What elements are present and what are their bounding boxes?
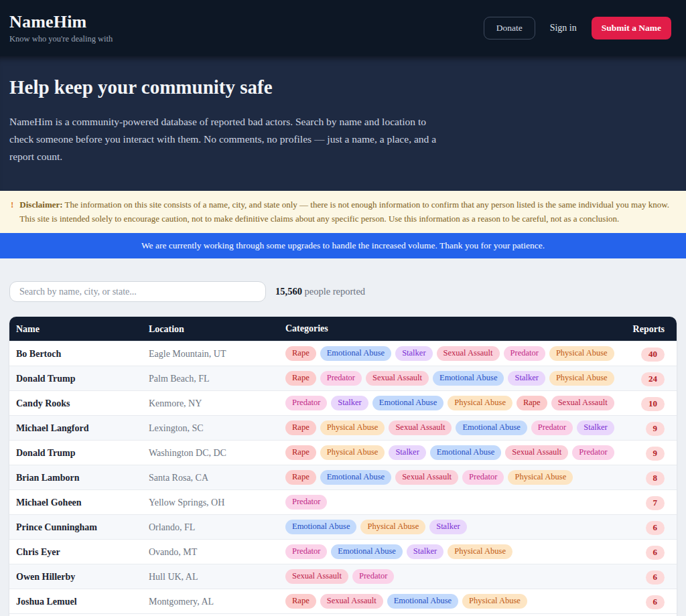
report-count-cell: 10 <box>624 396 677 411</box>
upgrade-notice-banner: We are currently working through some up… <box>0 233 686 258</box>
category-badge: Physical Abuse <box>320 445 385 460</box>
person-location: Kenmore, NY <box>149 397 285 409</box>
category-badge: Rape <box>285 420 316 435</box>
table-row[interactable]: Chris Eyer Ovando, MT PredatorEmotional … <box>9 539 677 564</box>
table-row[interactable]: Brian Lamborn Santa Rosa, CA RapeEmotion… <box>9 465 677 489</box>
person-location: Yellow Springs, OH <box>149 496 285 508</box>
report-count-badge: 6 <box>646 570 665 585</box>
table-row[interactable]: Michael Langford Lexington, SC RapePhysi… <box>9 415 677 440</box>
category-badge: Predator <box>285 544 327 559</box>
report-count-cell: 8 <box>624 470 677 485</box>
brand-title: NameHim <box>9 12 113 32</box>
report-count-cell: 7 <box>624 495 677 510</box>
hero-title: Help keep your community safe <box>9 76 677 98</box>
person-name: Michael Langford <box>9 422 149 434</box>
search-input[interactable] <box>9 281 266 302</box>
person-name: Bo Bertoch <box>9 348 149 360</box>
person-location: Hull UK, AL <box>149 570 285 583</box>
report-count-badge: 10 <box>641 397 665 411</box>
category-badges: RapePhysical AbuseSexual AssaultEmotiona… <box>285 418 624 438</box>
table-row[interactable]: Michael Goheen Yellow Springs, OH Predat… <box>9 489 677 514</box>
person-name: Donald Trump <box>9 447 149 459</box>
category-badge: Sexual Assault <box>320 594 383 609</box>
person-location: Orlando, FL <box>149 521 285 533</box>
category-badges: Emotional AbusePhysical AbuseStalker <box>285 517 624 537</box>
category-badges: Sexual AssaultPredator <box>285 566 624 587</box>
category-badge: Physical Abuse <box>320 420 385 435</box>
report-count-cell: 24 <box>624 371 677 386</box>
category-badge: Sexual Assault <box>551 396 614 410</box>
report-count-badge: 24 <box>641 372 665 386</box>
category-badge: Stalker <box>577 420 614 435</box>
report-count-badge: 6 <box>646 521 665 535</box>
report-count-cell: 40 <box>624 346 677 362</box>
table-row[interactable]: Prince Cunningham Orlando, FL Emotional … <box>9 514 677 539</box>
person-name: Prince Cunningham <box>9 521 149 533</box>
person-location: Palm Beach, FL <box>149 372 285 384</box>
table-row[interactable]: Donald Trump Palm Beach, FL RapePredator… <box>9 366 677 390</box>
category-badge: Emotional Abuse <box>285 520 356 534</box>
hero-section: Help keep your community safe NameHim is… <box>0 56 686 191</box>
person-location: Lexington, SC <box>149 422 285 434</box>
category-badge: Rape <box>285 470 316 485</box>
category-badges: RapeEmotional AbuseSexual AssaultPredato… <box>285 467 624 487</box>
category-badge: Rape <box>517 396 547 410</box>
person-name: Candy Rooks <box>9 397 149 409</box>
report-count-badge: 6 <box>646 595 665 609</box>
category-badge: Sexual Assault <box>285 569 348 584</box>
warning-icon: ! <box>11 198 13 226</box>
category-badge: Physical Abuse <box>462 594 527 609</box>
category-badge: Predator <box>572 445 614 460</box>
person-name: Donald Trump <box>9 372 149 384</box>
table-row[interactable]: Bo Bertoch Eagle Mountain, UT RapeEmotio… <box>9 341 677 366</box>
category-badge: Physical Abuse <box>549 346 614 361</box>
category-badge: Predator <box>504 346 545 361</box>
category-badge: Sexual Assault <box>389 420 452 435</box>
brand: NameHim Know who you're dealing with <box>9 12 113 44</box>
category-badge: Emotional Abuse <box>387 594 458 609</box>
person-location: Montgomery, AL <box>149 595 285 607</box>
category-badge: Emotional Abuse <box>331 544 402 559</box>
category-badge: Predator <box>285 495 327 510</box>
column-header-categories: Categories <box>285 321 624 337</box>
category-badges: RapePhysical AbuseStalkerEmotional Abuse… <box>285 443 624 463</box>
category-badges: Predator <box>285 492 624 512</box>
category-badge: Emotional Abuse <box>372 396 443 410</box>
category-badge: Stalker <box>429 520 466 534</box>
sign-in-link[interactable]: Sign in <box>550 23 577 33</box>
table-body: Bo Bertoch Eagle Mountain, UT RapeEmotio… <box>9 341 677 616</box>
report-count-cell: 6 <box>624 544 677 560</box>
category-badge: Physical Abuse <box>360 520 425 534</box>
category-badge: Physical Abuse <box>549 371 614 386</box>
table-row[interactable]: Owen Hillerby Hull UK, AL Sexual Assault… <box>9 564 677 589</box>
column-header-name: Name <box>9 323 149 335</box>
person-location: Santa Rosa, CA <box>149 471 285 483</box>
donate-button[interactable]: Donate <box>484 17 535 40</box>
submit-name-button[interactable]: Submit a Name <box>592 17 671 40</box>
report-count-cell: 6 <box>624 520 677 535</box>
person-location: Eagle Mountain, UT <box>149 348 285 360</box>
category-badge: Rape <box>285 346 316 361</box>
disclaimer-label: Disclaimer: <box>19 200 62 210</box>
category-badge: Rape <box>285 371 316 386</box>
person-location: Washington DC, DC <box>149 447 285 459</box>
category-badge: Physical Abuse <box>448 396 512 410</box>
hero-description: NameHim is a community-powered database … <box>9 113 452 165</box>
table-row[interactable]: Donald Trump Washington DC, DC RapePhysi… <box>9 440 677 465</box>
table-row[interactable]: Joshua Lemuel Montgomery, AL RapeSexual … <box>9 589 677 613</box>
report-count-badge: 8 <box>646 471 665 485</box>
category-badge: Sexual Assault <box>395 470 458 485</box>
category-badges: RapeSexual AssaultEmotional AbusePhysica… <box>285 591 624 611</box>
category-badge: Emotional Abuse <box>430 445 501 460</box>
person-name: Chris Eyer <box>9 546 149 558</box>
category-badge: Predator <box>285 396 327 410</box>
table-row[interactable]: Candy Rooks Kenmore, NY PredatorStalkerE… <box>9 390 677 415</box>
report-count-cell: 6 <box>624 594 677 609</box>
disclaimer-text: Disclaimer: The information on this site… <box>19 198 675 226</box>
count-suffix: people reported <box>302 286 365 297</box>
category-badge: Rape <box>285 594 316 609</box>
category-badge: Sexual Assault <box>366 371 429 386</box>
count-number: 15,560 <box>275 286 302 297</box>
category-badge: Stalker <box>508 371 545 386</box>
category-badges: PredatorEmotional AbuseStalkerPhysical A… <box>285 542 624 562</box>
